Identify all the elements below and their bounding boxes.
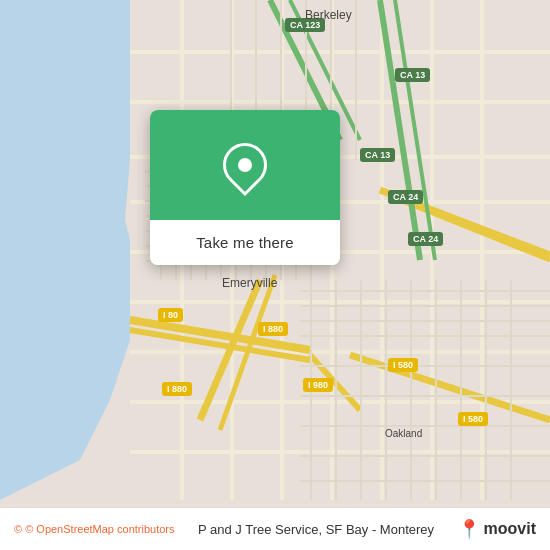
svg-rect-64: [300, 305, 550, 307]
hw-label-i580: I 580: [388, 358, 418, 372]
hw-label-ca24-1: CA 24: [388, 190, 423, 204]
place-label-oakland: Oakland: [385, 428, 422, 439]
attribution: © © OpenStreetMap contributors: [14, 523, 175, 535]
svg-rect-63: [300, 290, 550, 292]
map-container: CA 123 CA 123 CA 13 CA 13 CA 24 CA 24 I …: [0, 0, 550, 550]
svg-rect-60: [460, 280, 462, 500]
svg-rect-70: [300, 455, 550, 457]
svg-rect-57: [385, 280, 387, 500]
copyright-symbol: ©: [14, 523, 22, 535]
moovit-logo: 📍 moovit: [458, 518, 536, 540]
svg-rect-62: [510, 280, 512, 500]
place-title: P and J Tree Service, SF Bay - Monterey: [175, 522, 458, 537]
attribution-text: © OpenStreetMap contributors: [25, 523, 174, 535]
place-label-berkeley: Berkeley: [305, 8, 352, 22]
svg-rect-61: [485, 280, 487, 500]
bottom-bar: © © OpenStreetMap contributors P and J T…: [0, 507, 550, 550]
hw-label-ca13-mid: CA 13: [360, 148, 395, 162]
hw-label-i580-2: I 580: [458, 412, 488, 426]
take-me-there-button[interactable]: Take me there: [150, 220, 340, 265]
popup-card: Take me there: [150, 110, 340, 265]
svg-rect-68: [300, 395, 550, 397]
svg-rect-53: [355, 0, 357, 160]
svg-rect-67: [300, 365, 550, 367]
svg-rect-58: [410, 280, 412, 500]
hw-label-i980: I 980: [303, 378, 333, 392]
moovit-wordmark: moovit: [484, 520, 536, 538]
svg-rect-55: [335, 280, 337, 500]
svg-rect-69: [300, 425, 550, 427]
location-pin-icon: [214, 134, 276, 196]
svg-rect-56: [360, 280, 362, 500]
hw-label-i880-2: I 880: [162, 382, 192, 396]
map-background: CA 123 CA 123 CA 13 CA 13 CA 24 CA 24 I …: [0, 0, 550, 550]
hw-label-i80: I 80: [158, 308, 183, 322]
svg-rect-65: [300, 320, 550, 322]
svg-rect-2: [130, 50, 550, 54]
hw-label-ca24-2: CA 24: [408, 232, 443, 246]
svg-rect-71: [300, 480, 550, 482]
hw-label-ca13-top: CA 13: [395, 68, 430, 82]
svg-rect-66: [300, 335, 550, 337]
popup-icon-area: [150, 110, 340, 220]
place-label-emeryville: Emeryville: [222, 276, 277, 290]
moovit-pin-icon: 📍: [458, 518, 480, 540]
hw-label-i880-1: I 880: [258, 322, 288, 336]
svg-rect-59: [435, 280, 437, 500]
